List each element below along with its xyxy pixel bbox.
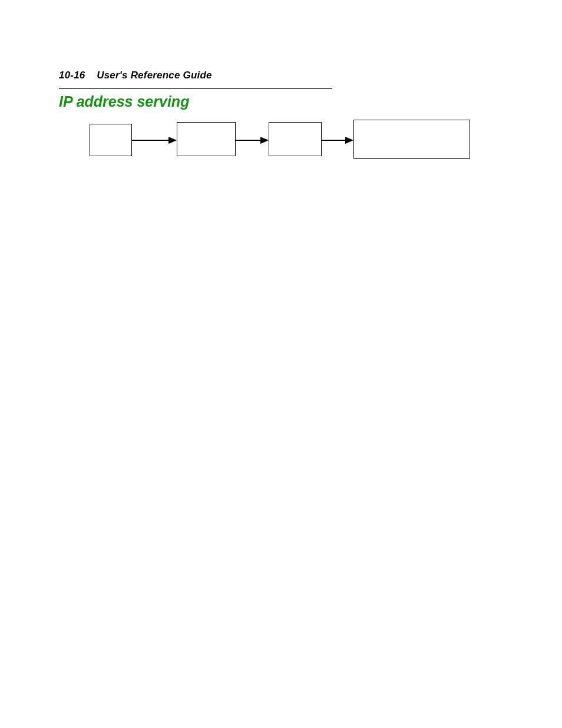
arrow-line (132, 140, 168, 141)
flow-diagram (59, 118, 507, 165)
header-separator (88, 70, 94, 81)
diagram-box-1 (90, 124, 132, 156)
arrow-right-icon (345, 137, 353, 144)
page-number: 10-16 (59, 70, 85, 81)
arrow-line (236, 140, 260, 141)
header-rule (59, 88, 332, 89)
arrow-right-icon (260, 137, 269, 144)
arrow-line (322, 140, 345, 141)
running-header: 10-16 User's Reference Guide (59, 70, 212, 81)
diagram-box-2 (177, 122, 236, 156)
diagram-box-3 (269, 122, 322, 156)
page: 10-16 User's Reference Guide IP address … (0, 0, 562, 728)
doc-title: User's Reference Guide (97, 70, 212, 81)
arrow-right-icon (168, 137, 177, 144)
diagram-box-4 (353, 120, 470, 159)
section-title: IP address serving (59, 93, 189, 110)
